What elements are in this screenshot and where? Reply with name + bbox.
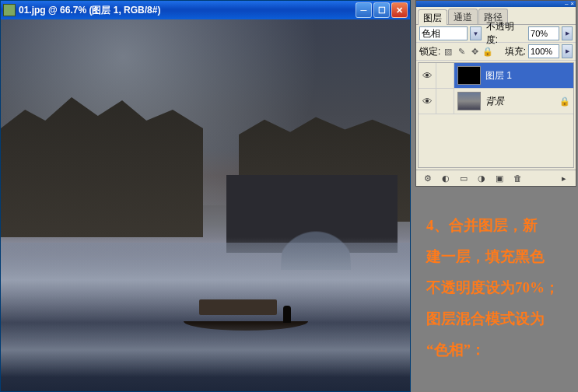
- layer-row[interactable]: 👁 背景 🔒: [419, 89, 573, 114]
- layer-row[interactable]: 👁 图层 1: [419, 63, 573, 89]
- lock-label: 锁定:: [419, 45, 440, 58]
- folder-button[interactable]: ▭: [457, 173, 471, 184]
- instruction-line: “色相”：: [426, 334, 566, 366]
- layer-name[interactable]: 背景: [484, 95, 559, 108]
- fx-button[interactable]: ⚙: [421, 173, 435, 184]
- instruction-line: 不透明度设为70%；: [426, 272, 566, 303]
- layers-panel: – × 图层 通道 路径 色相 ▼ 不透明度: 70% ▶ 锁定: ▧ ✎ ✥ …: [415, 0, 576, 187]
- window-buttons: ─ ☐ ✕: [356, 2, 408, 18]
- panel-close-icon[interactable]: ×: [570, 2, 574, 6]
- document-canvas[interactable]: [1, 19, 410, 391]
- adjustment-button[interactable]: ◑: [475, 173, 489, 184]
- layer-name[interactable]: 图层 1: [484, 69, 573, 82]
- instruction-box: 4、合并图层，新 建一层，填充黑色 不透明度设为70%； 图层混合模式设为 “色…: [415, 196, 576, 390]
- opacity-dropdown-icon[interactable]: ▶: [562, 26, 573, 40]
- link-col[interactable]: [436, 89, 454, 114]
- visibility-toggle-icon[interactable]: 👁: [419, 63, 436, 88]
- lock-icon: 🔒: [559, 96, 573, 107]
- lock-transparency-icon[interactable]: ▧: [443, 46, 454, 57]
- document-title: 01.jpg @ 66.7% (图层 1, RGB/8#): [19, 4, 356, 17]
- panel-titlebar[interactable]: – ×: [416, 1, 576, 7]
- mask-button[interactable]: ◐: [439, 173, 453, 184]
- tab-layers[interactable]: 图层: [418, 9, 447, 25]
- fill-input[interactable]: 100%: [528, 44, 559, 58]
- lock-paint-icon[interactable]: ✎: [456, 46, 467, 57]
- minimize-button[interactable]: ─: [356, 2, 372, 18]
- panel-minimize-icon[interactable]: –: [565, 2, 568, 6]
- opacity-input[interactable]: 70%: [528, 26, 559, 40]
- instruction-line: 4、合并图层，新: [426, 210, 566, 241]
- visibility-toggle-icon[interactable]: 👁: [419, 89, 436, 114]
- lock-position-icon[interactable]: ✥: [469, 46, 480, 57]
- fill-dropdown-icon[interactable]: ▶: [562, 44, 573, 58]
- lock-icons: ▧ ✎ ✥ 🔒: [443, 46, 493, 57]
- blend-opacity-row: 色相 ▼ 不透明度: 70% ▶: [416, 25, 576, 43]
- instruction-line: 图层混合模式设为: [426, 303, 566, 334]
- lock-all-icon[interactable]: 🔒: [482, 46, 493, 57]
- trash-button[interactable]: 🗑: [510, 173, 524, 184]
- blend-mode-select[interactable]: 色相: [419, 26, 468, 40]
- link-col[interactable]: [436, 63, 454, 88]
- close-button[interactable]: ✕: [391, 2, 408, 18]
- maximize-button[interactable]: ☐: [373, 2, 390, 18]
- lock-fill-row: 锁定: ▧ ✎ ✥ 🔒 填充: 100% ▶: [416, 43, 576, 61]
- instruction-line: 建一层，填充黑色: [426, 241, 566, 272]
- document-window: 01.jpg @ 66.7% (图层 1, RGB/8#) ─ ☐ ✕: [0, 0, 411, 392]
- tab-channels[interactable]: 通道: [448, 9, 478, 24]
- layers-list: 👁 图层 1 👁 背景 🔒: [418, 62, 574, 168]
- file-icon: [3, 4, 16, 16]
- panel-toolbar: ⚙ ◐ ▭ ◑ ▣ 🗑 ▸: [416, 170, 576, 186]
- panel-menu-icon[interactable]: ▸: [557, 173, 571, 184]
- document-titlebar[interactable]: 01.jpg @ 66.7% (图层 1, RGB/8#) ─ ☐ ✕: [1, 1, 410, 19]
- layer-thumbnail[interactable]: [457, 92, 481, 110]
- blend-mode-dropdown-icon[interactable]: ▼: [470, 26, 482, 40]
- layer-thumbnail[interactable]: [457, 66, 481, 85]
- canvas-fog-low: [1, 323, 410, 377]
- fill-label: 填充:: [505, 45, 526, 58]
- new-layer-button[interactable]: ▣: [492, 173, 506, 184]
